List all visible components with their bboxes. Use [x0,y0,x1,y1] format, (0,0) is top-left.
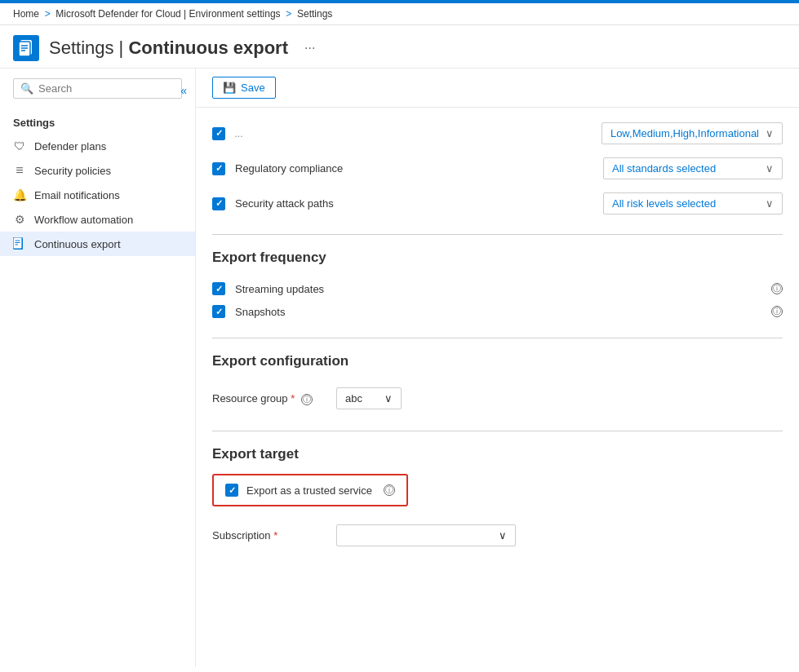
more-options-icon[interactable]: ··· [304,41,315,55]
streaming-updates-label: Streaming updates [235,283,758,295]
sidebar: 🔍 « Settings 🛡 Defender plans ≡ Security… [0,69,196,667]
subscription-dropdown[interactable]: ∨ [336,524,516,546]
svg-rect-1 [19,42,30,56]
regulatory-compliance-dropdown[interactable]: All standards selected ∨ [603,157,783,179]
resource-group-info-icon[interactable]: ⓘ [301,394,313,405]
required-star-subscription: * [273,529,277,542]
page-header: Settings | Continuous export ··· [0,25,799,69]
previous-row: ... Low,Medium,High,Informational ∨ [212,117,783,149]
security-attack-paths-dropdown-value: All risk levels selected [612,197,716,210]
resource-group-row: Resource group * ⓘ abc ∨ [212,381,783,416]
previous-dropdown-value: Low,Medium,High,Informational [610,127,759,139]
chevron-down-icon: ∨ [499,529,507,542]
sidebar-section-title: Settings [0,112,195,134]
security-attack-paths-checkbox[interactable] [212,197,225,210]
resource-group-dropdown[interactable]: abc ∨ [336,387,402,409]
export-configuration-section: Export configuration Resource group * ⓘ … [212,353,783,416]
page-icon [13,35,39,61]
export-target-section: Export target Export as a trusted servic… [212,446,783,553]
sidebar-item-security-policies[interactable]: ≡ Security policies [0,158,195,183]
export-trusted-service-box: Export as a trusted service ⓘ [212,474,408,506]
sidebar-item-continuous-export[interactable]: Continuous export [0,232,195,256]
content-area: ... Low,Medium,High,Informational ∨ Regu… [196,108,799,569]
regulatory-compliance-row: Regulatory compliance All standards sele… [212,153,783,184]
previous-checkbox[interactable] [212,127,225,140]
regulatory-compliance-dropdown-value: All standards selected [612,162,716,175]
toolbar: 💾 Save [196,69,799,108]
search-box[interactable]: 🔍 [13,78,182,99]
security-policies-icon: ≡ [13,164,26,177]
divider-1 [212,234,783,235]
streaming-updates-row: Streaming updates ⓘ [212,277,783,300]
sidebar-item-label: Defender plans [34,140,106,153]
save-icon: 💾 [223,82,236,94]
sidebar-item-label: Continuous export [34,238,121,250]
export-target-title: Export target [212,446,783,462]
export-frequency-title: Export frequency [212,250,783,266]
collapse-icon[interactable]: « [180,84,187,97]
sidebar-item-label: Email notifications [34,189,120,201]
streaming-updates-info-icon[interactable]: ⓘ [771,283,783,294]
main-content: 💾 Save ... Low,Medium,High,Informational… [196,69,799,667]
streaming-updates-checkbox[interactable] [212,282,225,295]
previous-row-label: ... [235,128,592,139]
required-star: * [291,392,295,405]
export-trusted-service-checkbox[interactable] [225,484,238,497]
sidebar-item-email-notifications[interactable]: 🔔 Email notifications [0,183,195,207]
divider-3 [212,431,783,431]
breadcrumb-home[interactable]: Home [13,8,39,20]
save-label: Save [241,82,265,94]
regulatory-compliance-checkbox[interactable] [212,162,225,175]
chevron-down-icon: ∨ [384,392,393,405]
page-title: Settings | Continuous export [49,38,288,59]
search-input[interactable] [38,82,175,95]
email-notifications-icon: 🔔 [13,188,26,201]
continuous-export-icon [13,237,26,250]
security-attack-paths-label: Security attack paths [235,197,593,210]
export-trusted-service-info-icon[interactable]: ⓘ [384,484,395,496]
workflow-automation-icon: ⚙ [13,213,26,226]
sidebar-item-label: Workflow automation [34,214,133,226]
chevron-down-icon: ∨ [766,127,774,139]
snapshots-info-icon[interactable]: ⓘ [771,306,783,317]
breadcrumb-settings: Settings [297,8,332,20]
resource-group-label: Resource group * ⓘ [212,392,326,405]
regulatory-compliance-label: Regulatory compliance [235,162,593,175]
export-frequency-section: Export frequency Streaming updates ⓘ Sna… [212,250,783,323]
export-configuration-title: Export configuration [212,353,783,369]
snapshots-checkbox[interactable] [212,305,225,318]
divider-2 [212,338,783,338]
subscription-row: Subscription * ∨ [212,518,783,553]
search-icon: 🔍 [20,82,33,95]
breadcrumb: Home > Microsoft Defender for Cloud | En… [0,3,799,25]
sidebar-item-defender-plans[interactable]: 🛡 Defender plans [0,134,195,158]
sidebar-item-workflow-automation[interactable]: ⚙ Workflow automation [0,207,195,232]
snapshots-label: Snapshots [235,306,758,318]
chevron-down-icon: ∨ [766,197,774,210]
security-attack-paths-dropdown[interactable]: All risk levels selected ∨ [603,192,783,214]
breadcrumb-environment[interactable]: Microsoft Defender for Cloud | Environme… [55,8,280,20]
snapshots-row: Snapshots ⓘ [212,300,783,323]
previous-dropdown[interactable]: Low,Medium,High,Informational ∨ [601,122,783,144]
save-button[interactable]: 💾 Save [212,77,276,99]
resource-group-dropdown-value: abc [345,392,362,405]
search-row: 🔍 « [0,75,195,105]
export-trusted-service-label: Export as a trusted service [246,484,372,497]
sidebar-item-label: Security policies [34,165,111,177]
security-attack-paths-row: Security attack paths All risk levels se… [212,188,783,219]
chevron-down-icon: ∨ [766,162,774,175]
subscription-label: Subscription * [212,529,326,542]
defender-plans-icon: 🛡 [13,139,26,153]
